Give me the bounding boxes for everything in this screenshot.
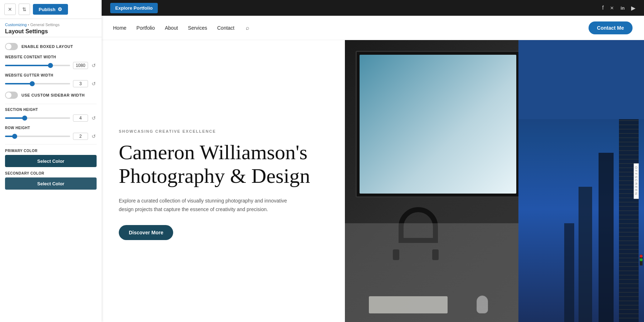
gutter-width-slider-row: 3 ↺ xyxy=(5,80,97,87)
section-height-fill xyxy=(5,117,25,119)
traffic-light-red xyxy=(640,255,643,258)
close-icon: ✕ xyxy=(8,6,12,12)
nav-item-home: Home xyxy=(113,25,126,31)
section-height-track[interactable] xyxy=(5,117,70,119)
gutter-width-track[interactable] xyxy=(5,83,70,84)
site-nav: Home Portfolio About Services Contact ⌕ xyxy=(102,16,644,40)
offscreen-label: Offscreen xyxy=(634,164,639,199)
breadcrumb-current: General Settings xyxy=(30,23,60,27)
discover-more-button[interactable]: Discover More xyxy=(119,225,173,240)
row-height-reset[interactable]: ↺ xyxy=(91,133,97,140)
gutter-width-input[interactable]: 3 xyxy=(73,80,88,87)
facebook-icon[interactable]: f xyxy=(602,5,604,11)
enable-boxed-label: ENABLE BOXED LAYOUT xyxy=(21,44,73,49)
section-height-reset[interactable]: ↺ xyxy=(91,114,97,122)
close-button[interactable]: ✕ xyxy=(4,4,16,15)
secondary-color-button[interactable]: Select Color xyxy=(5,177,97,190)
nav-link-home[interactable]: Home xyxy=(113,25,126,31)
nav-search-item: ⌕ xyxy=(244,25,249,31)
gutter-width-thumb[interactable] xyxy=(30,81,35,86)
panel-title: Layout Settings xyxy=(5,28,97,35)
city-building-4 xyxy=(564,223,574,322)
site-topbar: Explore Portfolio f ✕ in ▶ xyxy=(102,0,644,16)
gear-icon: ⚙ xyxy=(58,6,62,12)
site-preview: Explore Portfolio f ✕ in ▶ Home Portfoli… xyxy=(102,0,644,322)
nav-item-portfolio: Portfolio xyxy=(136,25,155,31)
nav-links-container: Home Portfolio About Services Contact ⌕ xyxy=(113,25,249,31)
section-height-thumb[interactable] xyxy=(22,116,27,121)
city-building-2 xyxy=(599,153,614,322)
publish-label: Publish xyxy=(39,7,55,12)
explore-portfolio-button[interactable]: Explore Portfolio xyxy=(110,3,158,13)
traffic-light-green xyxy=(640,258,643,261)
section-height-label: SECTION HEIGHT xyxy=(5,108,97,112)
row-height-label: ROW HEIGHT xyxy=(5,126,97,130)
nav-item-services: Services xyxy=(188,25,207,31)
content-width-fill xyxy=(5,65,50,66)
content-width-input[interactable]: 1080 xyxy=(73,62,88,69)
content-width-slider-row: 1080 ↺ xyxy=(5,62,97,69)
linkedin-icon[interactable]: in xyxy=(620,5,625,11)
secondary-color-select-label: Select Color xyxy=(37,181,64,186)
nav-link-about[interactable]: About xyxy=(165,25,178,31)
discover-more-label: Discover More xyxy=(129,230,163,235)
customizer-panel: ✕ ⇅ Publish ⚙ Customizing • General Sett… xyxy=(0,0,102,322)
row-height-input[interactable]: 2 xyxy=(73,133,88,140)
gutter-width-fill xyxy=(5,83,32,84)
content-width-reset[interactable]: ↺ xyxy=(91,62,97,69)
divider-2 xyxy=(5,144,97,145)
swap-icon: ⇅ xyxy=(22,6,26,12)
contact-me-button[interactable]: Contact Me xyxy=(589,21,633,34)
search-icon: ⌕ xyxy=(246,25,249,31)
desk-surface-overlay xyxy=(345,223,518,322)
breadcrumb-area: Customizing • General Settings Layout Se… xyxy=(0,19,102,37)
panel-body: ENABLE BOXED LAYOUT WEBSITE CONTENT WIDT… xyxy=(0,37,102,322)
divider-1 xyxy=(5,104,97,104)
hero-section: SHOWCASING CREATIVE EXCELLENCE Cameron W… xyxy=(102,40,644,322)
content-width-thumb[interactable] xyxy=(48,63,53,68)
hero-title: Cameron Williamson's Photography & Desig… xyxy=(119,141,328,188)
traffic-light-pole xyxy=(640,255,643,265)
blue-top-overlay xyxy=(518,40,644,119)
custom-sidebar-row: USE CUSTOM SIDEBAR WIDTH xyxy=(5,92,97,99)
nav-right: Contact Me xyxy=(589,21,633,34)
row-height-track[interactable] xyxy=(5,136,70,137)
row-height-thumb[interactable] xyxy=(12,134,17,139)
primary-color-select-label: Select Color xyxy=(37,158,64,164)
search-button[interactable]: ⌕ xyxy=(246,25,249,31)
breadcrumb-parent-link[interactable]: Customizing xyxy=(5,23,27,27)
desk-workspace-photo: FIELDNOTE xyxy=(345,40,644,322)
hero-right-images: FIELDNOTE xyxy=(345,40,644,322)
secondary-color-label: SECONDARY COLOR xyxy=(5,171,97,175)
gutter-width-reset[interactable]: ↺ xyxy=(91,80,97,87)
enable-boxed-row: ENABLE BOXED LAYOUT xyxy=(5,43,97,50)
custom-sidebar-toggle[interactable] xyxy=(5,92,18,99)
social-icons: f ✕ in ▶ xyxy=(602,5,635,11)
nav-link-services[interactable]: Services xyxy=(188,25,207,31)
twitter-x-icon[interactable]: ✕ xyxy=(610,5,614,11)
section-height-input[interactable]: 4 xyxy=(73,114,88,122)
content-width-track[interactable] xyxy=(5,65,70,66)
nav-link-portfolio[interactable]: Portfolio xyxy=(136,25,155,31)
nav-item-about: About xyxy=(165,25,178,31)
swap-button[interactable]: ⇅ xyxy=(19,4,30,15)
content-width-label: WEBSITE CONTENT WIDTH xyxy=(5,55,97,59)
hero-description: Explore a curated collection of visually… xyxy=(119,197,291,214)
enable-boxed-toggle[interactable] xyxy=(5,43,18,50)
city-building-3 xyxy=(579,187,592,322)
toolbar: ✕ ⇅ Publish ⚙ xyxy=(0,0,102,19)
hero-left: SHOWCASING CREATIVE EXCELLENCE Cameron W… xyxy=(102,40,345,322)
row-height-slider-row: 2 ↺ xyxy=(5,133,97,140)
publish-button[interactable]: Publish ⚙ xyxy=(33,4,68,15)
custom-sidebar-label: USE CUSTOM SIDEBAR WIDTH xyxy=(21,93,85,97)
nav-item-contact: Contact xyxy=(217,25,234,31)
youtube-icon[interactable]: ▶ xyxy=(631,5,635,11)
nav-link-contact[interactable]: Contact xyxy=(217,25,234,31)
primary-color-button[interactable]: Select Color xyxy=(5,155,97,167)
primary-color-label: PRIMARY COLOR xyxy=(5,149,97,153)
contact-me-label: Contact Me xyxy=(597,25,624,31)
explore-portfolio-label: Explore Portfolio xyxy=(115,5,153,11)
section-height-slider-row: 4 ↺ xyxy=(5,114,97,122)
hero-subtitle: SHOWCASING CREATIVE EXCELLENCE xyxy=(119,129,328,133)
breadcrumb: Customizing • General Settings xyxy=(5,23,97,27)
